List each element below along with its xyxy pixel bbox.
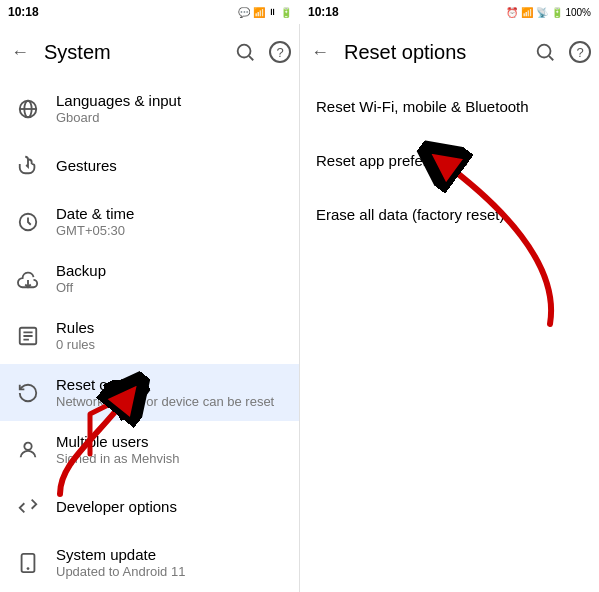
settings-item-users[interactable]: Multiple users Signed in as Mehvish (0, 421, 299, 478)
settings-item-rules[interactable]: Rules 0 rules (0, 307, 299, 364)
developer-text: Developer options (56, 498, 177, 515)
cloud-icon (16, 267, 40, 291)
search-button-right[interactable] (533, 40, 557, 64)
globe-icon (16, 97, 40, 121)
rules-text: Rules 0 rules (56, 319, 95, 352)
time-left: 10:18 (8, 5, 39, 19)
system-panel: ← System ? Languages & input Gboard (0, 24, 300, 592)
reset-options-panel: ← Reset options ? Reset Wi-Fi, mobile & … (300, 24, 599, 592)
status-bar-left: 10:18 💬 📶 ⏸ 🔋 (0, 0, 300, 24)
user-icon (16, 438, 40, 462)
reset-options-list: Reset Wi-Fi, mobile & Bluetooth Reset ap… (300, 80, 599, 592)
battery-left: 🔋 (280, 7, 292, 18)
settings-item-update[interactable]: System update Updated to Android 11 (0, 534, 299, 591)
settings-item-reset[interactable]: Reset options Network, apps, or device c… (0, 364, 299, 421)
search-button-left[interactable] (233, 40, 257, 64)
pause-icon: ⏸ (268, 7, 277, 17)
svg-point-0 (238, 45, 251, 58)
system-title: System (44, 41, 221, 64)
system-header: ← System ? (0, 24, 299, 80)
settings-item-developer[interactable]: Developer options (0, 478, 299, 534)
back-button-right[interactable]: ← (308, 40, 332, 64)
datetime-text: Date & time GMT+05:30 (56, 205, 134, 238)
code-icon (16, 494, 40, 518)
alarm-icon: ⏰ (506, 7, 518, 18)
back-button[interactable]: ← (8, 40, 32, 64)
phone-icon (16, 551, 40, 575)
settings-item-datetime[interactable]: Date & time GMT+05:30 (0, 193, 299, 250)
help-button-left[interactable]: ? (269, 41, 291, 63)
svg-line-1 (249, 56, 253, 60)
status-icons-right: ⏰ 📶 📡 🔋 100% (506, 7, 591, 18)
wifi-icon: 📶 (521, 7, 533, 18)
whatsapp-icon: 💬 (238, 7, 250, 18)
clock-icon (16, 210, 40, 234)
svg-point-7 (24, 442, 31, 449)
languages-text: Languages & input Gboard (56, 92, 181, 125)
reset-app-pref-item[interactable]: Reset app preferences (300, 134, 599, 188)
reset-icon (16, 381, 40, 405)
main-panels: ← System ? Languages & input Gboard (0, 24, 599, 592)
settings-item-backup[interactable]: Backup Off (0, 250, 299, 307)
reset-header: ← Reset options ? (300, 24, 599, 80)
signal-icon: 📶 (253, 7, 265, 18)
update-text: System update Updated to Android 11 (56, 546, 185, 579)
reset-wifi-item[interactable]: Reset Wi-Fi, mobile & Bluetooth (300, 80, 599, 134)
signal-right-icon: 📡 (536, 7, 548, 18)
help-button-right[interactable]: ? (569, 41, 591, 63)
reset-text: Reset options Network, apps, or device c… (56, 376, 274, 409)
status-bar-right: 10:18 ⏰ 📶 📡 🔋 100% (300, 0, 599, 24)
svg-line-11 (549, 56, 553, 60)
status-icons-left: 💬 📶 ⏸ 🔋 (238, 7, 292, 18)
settings-item-languages[interactable]: Languages & input Gboard (0, 80, 299, 137)
gesture-icon (16, 153, 40, 177)
battery-right: 🔋 100% (551, 7, 591, 18)
time-right: 10:18 (308, 5, 339, 19)
users-text: Multiple users Signed in as Mehvish (56, 433, 180, 466)
settings-item-gestures[interactable]: Gestures (0, 137, 299, 193)
settings-list: Languages & input Gboard Gestures (0, 80, 299, 592)
rules-icon (16, 324, 40, 348)
reset-title: Reset options (344, 41, 521, 64)
svg-point-10 (538, 45, 551, 58)
factory-reset-item[interactable]: Erase all data (factory reset) (300, 188, 599, 242)
backup-text: Backup Off (56, 262, 106, 295)
gestures-text: Gestures (56, 157, 117, 174)
